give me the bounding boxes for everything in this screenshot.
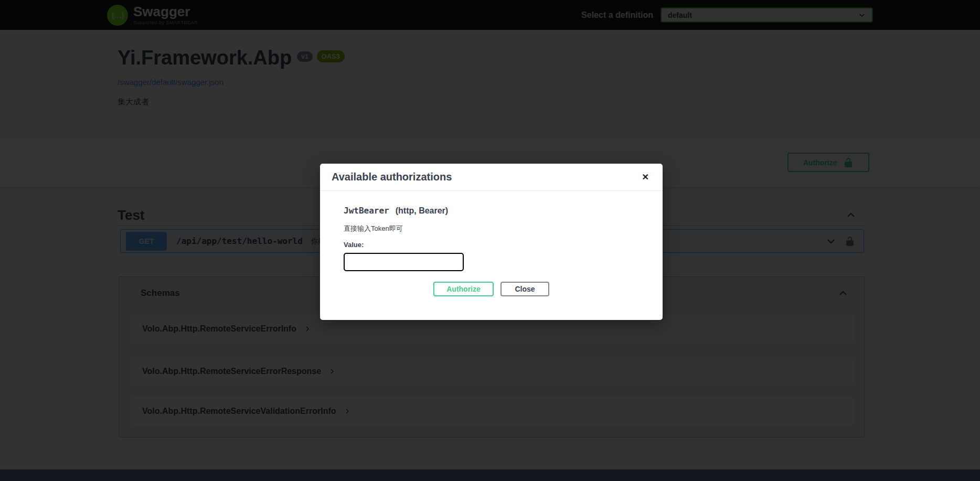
auth-scheme-description: 直接输入Token即可 <box>344 224 639 233</box>
modal-authorize-button[interactable]: Authorize <box>433 282 494 296</box>
modal-buttons: Authorize Close <box>344 282 639 296</box>
authorizations-modal: Available authorizations ✕ JwtBearer (ht… <box>320 164 663 320</box>
close-icon[interactable]: ✕ <box>640 172 651 183</box>
auth-scheme-name: JwtBearer <box>344 206 389 216</box>
modal-body: JwtBearer (http, Bearer) 直接输入Token即可 Val… <box>320 191 663 296</box>
value-label: Value: <box>344 241 639 249</box>
auth-scheme-type: (http, Bearer) <box>396 206 448 216</box>
token-value-input[interactable] <box>344 253 464 271</box>
auth-scheme-heading: JwtBearer (http, Bearer) <box>344 206 639 216</box>
modal-header: Available authorizations ✕ <box>320 164 663 191</box>
modal-close-button[interactable]: Close <box>500 282 549 296</box>
modal-title: Available authorizations <box>332 171 452 183</box>
